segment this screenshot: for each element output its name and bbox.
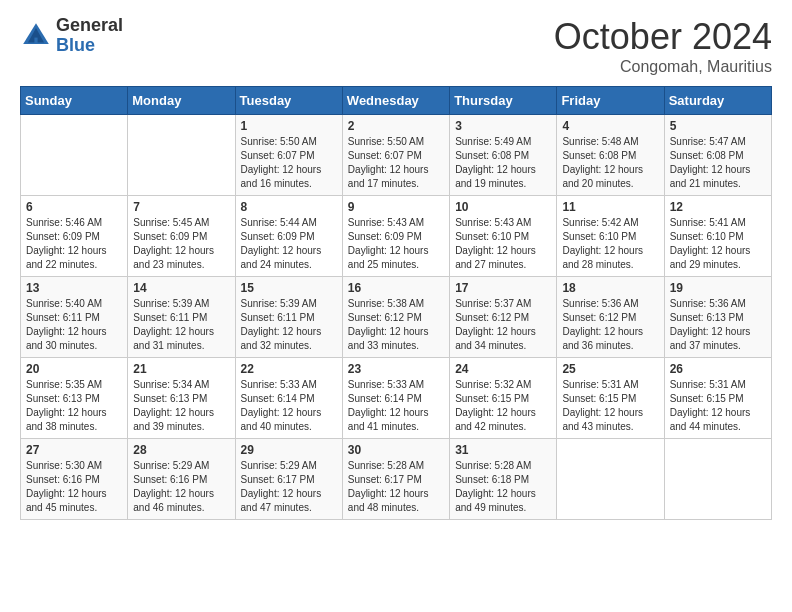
day-info: Sunrise: 5:42 AMSunset: 6:10 PMDaylight:…: [562, 216, 658, 272]
calendar-cell: 29Sunrise: 5:29 AMSunset: 6:17 PMDayligh…: [235, 439, 342, 520]
day-info: Sunrise: 5:38 AMSunset: 6:12 PMDaylight:…: [348, 297, 444, 353]
logo-text: General Blue: [56, 16, 123, 56]
calendar-cell: 28Sunrise: 5:29 AMSunset: 6:16 PMDayligh…: [128, 439, 235, 520]
day-number: 7: [133, 200, 229, 214]
calendar-week-row: 20Sunrise: 5:35 AMSunset: 6:13 PMDayligh…: [21, 358, 772, 439]
calendar-cell: 3Sunrise: 5:49 AMSunset: 6:08 PMDaylight…: [450, 115, 557, 196]
calendar-cell: 21Sunrise: 5:34 AMSunset: 6:13 PMDayligh…: [128, 358, 235, 439]
calendar-cell: 1Sunrise: 5:50 AMSunset: 6:07 PMDaylight…: [235, 115, 342, 196]
day-info: Sunrise: 5:34 AMSunset: 6:13 PMDaylight:…: [133, 378, 229, 434]
header: General Blue October 2024 Congomah, Maur…: [20, 16, 772, 76]
header-row: SundayMondayTuesdayWednesdayThursdayFrid…: [21, 87, 772, 115]
logo-icon: [20, 20, 52, 52]
day-info: Sunrise: 5:31 AMSunset: 6:15 PMDaylight:…: [670, 378, 766, 434]
day-info: Sunrise: 5:33 AMSunset: 6:14 PMDaylight:…: [348, 378, 444, 434]
day-info: Sunrise: 5:35 AMSunset: 6:13 PMDaylight:…: [26, 378, 122, 434]
day-number: 30: [348, 443, 444, 457]
day-number: 26: [670, 362, 766, 376]
day-header: Monday: [128, 87, 235, 115]
day-number: 29: [241, 443, 337, 457]
day-header: Tuesday: [235, 87, 342, 115]
calendar-cell: 19Sunrise: 5:36 AMSunset: 6:13 PMDayligh…: [664, 277, 771, 358]
calendar-table: SundayMondayTuesdayWednesdayThursdayFrid…: [20, 86, 772, 520]
title-block: October 2024 Congomah, Mauritius: [554, 16, 772, 76]
day-number: 1: [241, 119, 337, 133]
calendar-cell: [128, 115, 235, 196]
day-info: Sunrise: 5:44 AMSunset: 6:09 PMDaylight:…: [241, 216, 337, 272]
calendar-cell: [664, 439, 771, 520]
calendar-cell: 12Sunrise: 5:41 AMSunset: 6:10 PMDayligh…: [664, 196, 771, 277]
day-number: 18: [562, 281, 658, 295]
day-info: Sunrise: 5:39 AMSunset: 6:11 PMDaylight:…: [241, 297, 337, 353]
day-number: 15: [241, 281, 337, 295]
day-number: 8: [241, 200, 337, 214]
day-number: 5: [670, 119, 766, 133]
day-number: 11: [562, 200, 658, 214]
calendar-cell: 9Sunrise: 5:43 AMSunset: 6:09 PMDaylight…: [342, 196, 449, 277]
day-header: Friday: [557, 87, 664, 115]
calendar-cell: 25Sunrise: 5:31 AMSunset: 6:15 PMDayligh…: [557, 358, 664, 439]
day-info: Sunrise: 5:29 AMSunset: 6:16 PMDaylight:…: [133, 459, 229, 515]
day-info: Sunrise: 5:36 AMSunset: 6:12 PMDaylight:…: [562, 297, 658, 353]
calendar-cell: 18Sunrise: 5:36 AMSunset: 6:12 PMDayligh…: [557, 277, 664, 358]
day-number: 19: [670, 281, 766, 295]
day-number: 24: [455, 362, 551, 376]
calendar-cell: 23Sunrise: 5:33 AMSunset: 6:14 PMDayligh…: [342, 358, 449, 439]
day-info: Sunrise: 5:46 AMSunset: 6:09 PMDaylight:…: [26, 216, 122, 272]
day-info: Sunrise: 5:39 AMSunset: 6:11 PMDaylight:…: [133, 297, 229, 353]
svg-rect-2: [34, 37, 37, 43]
calendar-cell: 14Sunrise: 5:39 AMSunset: 6:11 PMDayligh…: [128, 277, 235, 358]
day-number: 13: [26, 281, 122, 295]
calendar-cell: 6Sunrise: 5:46 AMSunset: 6:09 PMDaylight…: [21, 196, 128, 277]
day-header: Wednesday: [342, 87, 449, 115]
day-number: 9: [348, 200, 444, 214]
day-number: 14: [133, 281, 229, 295]
day-number: 25: [562, 362, 658, 376]
day-number: 28: [133, 443, 229, 457]
calendar-cell: [21, 115, 128, 196]
calendar-cell: 16Sunrise: 5:38 AMSunset: 6:12 PMDayligh…: [342, 277, 449, 358]
calendar-cell: 22Sunrise: 5:33 AMSunset: 6:14 PMDayligh…: [235, 358, 342, 439]
day-info: Sunrise: 5:49 AMSunset: 6:08 PMDaylight:…: [455, 135, 551, 191]
day-info: Sunrise: 5:37 AMSunset: 6:12 PMDaylight:…: [455, 297, 551, 353]
calendar-cell: 5Sunrise: 5:47 AMSunset: 6:08 PMDaylight…: [664, 115, 771, 196]
day-number: 22: [241, 362, 337, 376]
day-info: Sunrise: 5:28 AMSunset: 6:18 PMDaylight:…: [455, 459, 551, 515]
logo-general: General: [56, 15, 123, 35]
calendar-cell: 26Sunrise: 5:31 AMSunset: 6:15 PMDayligh…: [664, 358, 771, 439]
day-header: Thursday: [450, 87, 557, 115]
calendar-week-row: 6Sunrise: 5:46 AMSunset: 6:09 PMDaylight…: [21, 196, 772, 277]
day-info: Sunrise: 5:32 AMSunset: 6:15 PMDaylight:…: [455, 378, 551, 434]
calendar-cell: 24Sunrise: 5:32 AMSunset: 6:15 PMDayligh…: [450, 358, 557, 439]
calendar-week-row: 13Sunrise: 5:40 AMSunset: 6:11 PMDayligh…: [21, 277, 772, 358]
calendar-cell: 11Sunrise: 5:42 AMSunset: 6:10 PMDayligh…: [557, 196, 664, 277]
month-year: October 2024: [554, 16, 772, 58]
calendar-cell: 13Sunrise: 5:40 AMSunset: 6:11 PMDayligh…: [21, 277, 128, 358]
calendar-cell: 31Sunrise: 5:28 AMSunset: 6:18 PMDayligh…: [450, 439, 557, 520]
day-number: 31: [455, 443, 551, 457]
day-number: 23: [348, 362, 444, 376]
day-header: Sunday: [21, 87, 128, 115]
day-info: Sunrise: 5:31 AMSunset: 6:15 PMDaylight:…: [562, 378, 658, 434]
day-number: 12: [670, 200, 766, 214]
logo: General Blue: [20, 16, 123, 56]
calendar-cell: 4Sunrise: 5:48 AMSunset: 6:08 PMDaylight…: [557, 115, 664, 196]
day-header: Saturday: [664, 87, 771, 115]
day-number: 20: [26, 362, 122, 376]
day-info: Sunrise: 5:28 AMSunset: 6:17 PMDaylight:…: [348, 459, 444, 515]
day-info: Sunrise: 5:40 AMSunset: 6:11 PMDaylight:…: [26, 297, 122, 353]
day-number: 17: [455, 281, 551, 295]
calendar-cell: 10Sunrise: 5:43 AMSunset: 6:10 PMDayligh…: [450, 196, 557, 277]
day-number: 3: [455, 119, 551, 133]
day-info: Sunrise: 5:43 AMSunset: 6:09 PMDaylight:…: [348, 216, 444, 272]
calendar-cell: [557, 439, 664, 520]
day-info: Sunrise: 5:33 AMSunset: 6:14 PMDaylight:…: [241, 378, 337, 434]
page: General Blue October 2024 Congomah, Maur…: [0, 0, 792, 540]
logo-blue: Blue: [56, 35, 95, 55]
day-info: Sunrise: 5:45 AMSunset: 6:09 PMDaylight:…: [133, 216, 229, 272]
day-info: Sunrise: 5:48 AMSunset: 6:08 PMDaylight:…: [562, 135, 658, 191]
day-info: Sunrise: 5:50 AMSunset: 6:07 PMDaylight:…: [241, 135, 337, 191]
calendar-cell: 17Sunrise: 5:37 AMSunset: 6:12 PMDayligh…: [450, 277, 557, 358]
day-info: Sunrise: 5:47 AMSunset: 6:08 PMDaylight:…: [670, 135, 766, 191]
day-info: Sunrise: 5:41 AMSunset: 6:10 PMDaylight:…: [670, 216, 766, 272]
